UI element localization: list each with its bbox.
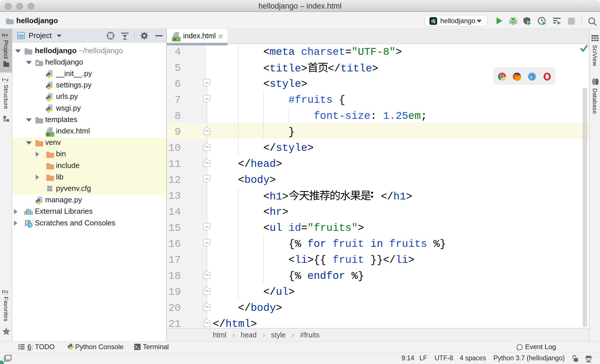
svg-text:H: H: [47, 132, 50, 137]
svg-text:H: H: [173, 37, 176, 42]
